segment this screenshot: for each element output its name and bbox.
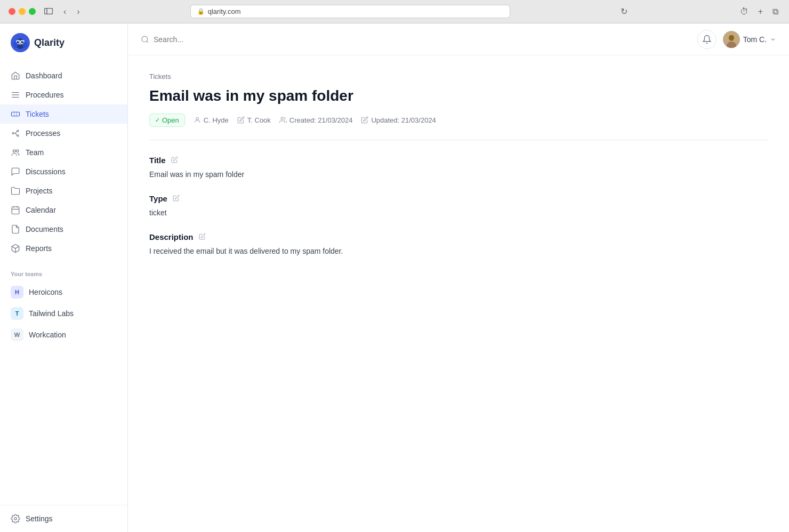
assigned-by-meta: T. Cook bbox=[237, 116, 271, 124]
notification-bell-button[interactable] bbox=[697, 30, 716, 49]
field-description-value: I received the email but it was delivere… bbox=[149, 247, 768, 255]
svg-point-23 bbox=[17, 150, 19, 152]
history-button[interactable]: ⏱ bbox=[738, 6, 751, 18]
pencil-small-icon bbox=[173, 195, 180, 201]
team-name: Heroicons bbox=[29, 288, 62, 296]
field-title-header: Title bbox=[149, 155, 768, 166]
updated-meta: Updated: 21/03/2024 bbox=[361, 116, 436, 124]
team-avatar-workcation: W bbox=[11, 328, 23, 341]
process-icon bbox=[11, 128, 20, 138]
pencil-icon bbox=[237, 116, 245, 124]
sidebar-item-dashboard[interactable]: Dashboard bbox=[0, 66, 127, 85]
svg-point-8 bbox=[18, 41, 19, 42]
field-type-header: Type bbox=[149, 194, 768, 204]
user-menu-button[interactable]: Tom C. bbox=[723, 31, 776, 48]
traffic-lights bbox=[9, 8, 36, 15]
field-title-value: Email was in my spam folder bbox=[149, 170, 768, 179]
sidebar-item-label: Processes bbox=[26, 129, 60, 138]
svg-point-21 bbox=[17, 135, 19, 136]
sidebar-item-calendar[interactable]: Calendar bbox=[0, 200, 127, 220]
sidebar-item-label: Documents bbox=[26, 225, 63, 233]
chat-icon bbox=[11, 167, 20, 176]
back-button[interactable]: ‹ bbox=[61, 6, 68, 18]
list-icon bbox=[11, 90, 20, 100]
field-title: Title Email was in my spam folder bbox=[149, 155, 768, 179]
sidebar-item-tickets[interactable]: Tickets bbox=[0, 104, 127, 124]
team-avatar-heroicons: H bbox=[11, 286, 23, 299]
tabs-button[interactable]: ⧉ bbox=[770, 6, 780, 18]
url-text: qlarity.com bbox=[208, 7, 241, 15]
sidebar-item-documents[interactable]: Documents bbox=[0, 220, 127, 239]
svg-rect-0 bbox=[45, 8, 53, 14]
sidebar-item-team[interactable]: Team bbox=[0, 143, 127, 162]
status-check-icon: ✓ bbox=[155, 117, 160, 124]
page-title: Email was in my spam folder bbox=[149, 87, 768, 105]
create-icon bbox=[279, 116, 287, 124]
avatar bbox=[723, 31, 740, 48]
topbar-right: Tom C. bbox=[697, 30, 776, 49]
status-badge: ✓ Open bbox=[149, 114, 185, 127]
search-input[interactable] bbox=[154, 35, 354, 44]
refresh-button[interactable]: ↻ bbox=[618, 5, 630, 18]
sidebar-item-label: Discussions bbox=[26, 167, 66, 176]
search-icon bbox=[141, 35, 149, 44]
svg-point-33 bbox=[729, 35, 734, 41]
team-item-tailwind[interactable]: T Tailwind Labs bbox=[11, 303, 117, 324]
home-icon bbox=[11, 71, 20, 80]
team-name: Workcation bbox=[29, 331, 66, 339]
teams-label: Your teams bbox=[11, 271, 117, 277]
update-icon bbox=[361, 116, 368, 124]
gear-icon bbox=[11, 514, 20, 523]
field-type-label: Type bbox=[149, 194, 167, 203]
sidebar-item-reports[interactable]: Reports bbox=[0, 239, 127, 258]
url-bar: 🔒 qlarity.com bbox=[190, 5, 510, 18]
new-tab-button[interactable]: + bbox=[756, 6, 765, 18]
edit-type-button[interactable] bbox=[172, 194, 181, 204]
chevron-down-icon bbox=[770, 36, 776, 43]
minimize-button[interactable] bbox=[19, 8, 26, 15]
browser-chrome: ‹ › 🔒 qlarity.com ↻ ⏱ + ⧉ bbox=[0, 0, 789, 23]
assignee-meta: C. Hyde bbox=[194, 116, 229, 124]
app: Qlarity Dashboard Procedures Tickets bbox=[0, 23, 789, 532]
folder-icon bbox=[11, 186, 20, 196]
sidebar-item-processes[interactable]: Processes bbox=[0, 124, 127, 143]
edit-title-button[interactable] bbox=[170, 155, 179, 166]
assigned-by-name: T. Cook bbox=[247, 116, 271, 124]
sidebar-item-discussions[interactable]: Discussions bbox=[0, 162, 127, 181]
breadcrumb: Tickets bbox=[149, 72, 768, 80]
close-button[interactable] bbox=[9, 8, 15, 15]
ticket-meta: ✓ Open C. Hyde T. Cook Created: 21/03/20… bbox=[149, 114, 768, 127]
divider bbox=[149, 140, 768, 140]
field-type: Type ticket bbox=[149, 194, 768, 217]
svg-rect-18 bbox=[12, 112, 20, 116]
forward-button[interactable]: › bbox=[75, 6, 82, 18]
person-icon bbox=[194, 116, 201, 124]
pencil-small-icon bbox=[171, 156, 178, 163]
svg-point-7 bbox=[21, 41, 24, 44]
field-type-value: ticket bbox=[149, 208, 768, 217]
sidebar-item-label: Tickets bbox=[26, 110, 49, 118]
ticket-icon bbox=[11, 109, 20, 119]
sidebar-toggle-button[interactable] bbox=[42, 6, 55, 17]
svg-line-31 bbox=[147, 41, 148, 43]
team-avatar-tailwind: T bbox=[11, 307, 23, 320]
sidebar-item-label: Dashboard bbox=[26, 71, 62, 80]
sidebar: Qlarity Dashboard Procedures Tickets bbox=[0, 23, 128, 532]
team-item-workcation[interactable]: W Workcation bbox=[11, 324, 117, 345]
calendar-icon bbox=[11, 205, 20, 215]
maximize-button[interactable] bbox=[29, 8, 36, 15]
settings-area[interactable]: Settings bbox=[0, 505, 127, 532]
sidebar-item-projects[interactable]: Projects bbox=[0, 181, 127, 200]
content-area: Tickets Email was in my spam folder ✓ Op… bbox=[128, 55, 789, 532]
logo-area: Qlarity bbox=[0, 23, 127, 62]
field-description-header: Description bbox=[149, 232, 768, 243]
topbar: Tom C. bbox=[128, 23, 789, 55]
svg-point-22 bbox=[13, 150, 16, 152]
logo-text: Qlarity bbox=[34, 37, 65, 49]
edit-description-button[interactable] bbox=[198, 232, 207, 243]
user-name: Tom C. bbox=[743, 35, 767, 44]
sidebar-item-settings[interactable]: Settings bbox=[11, 514, 117, 523]
team-item-heroicons[interactable]: H Heroicons bbox=[11, 281, 117, 303]
sidebar-item-procedures[interactable]: Procedures bbox=[0, 85, 127, 104]
sidebar-item-label: Reports bbox=[26, 244, 52, 253]
